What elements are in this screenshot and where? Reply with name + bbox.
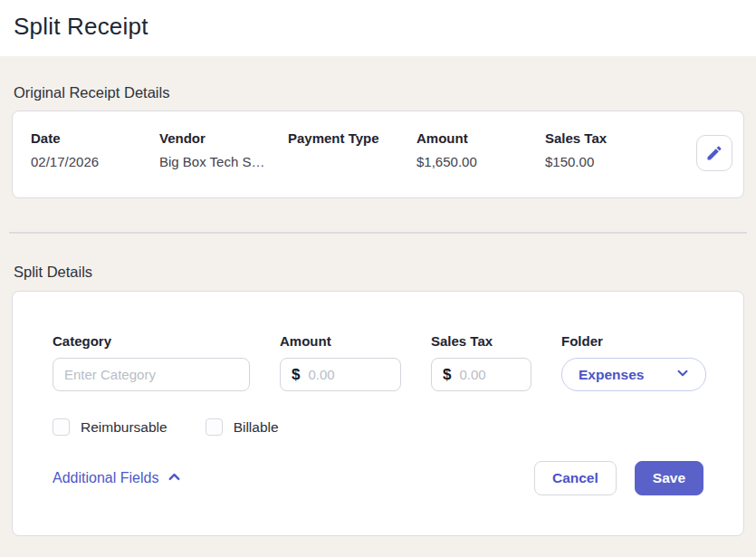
- dollar-sign-prefix: $: [443, 366, 451, 384]
- billable-checkbox-item[interactable]: Billable: [206, 418, 279, 436]
- category-field-label: Category: [53, 333, 250, 349]
- receipt-field-vendor: Vendor Big Box Tech S…: [159, 130, 288, 169]
- dollar-sign-prefix: $: [292, 366, 300, 384]
- payment-type-label: Payment Type: [288, 130, 416, 146]
- sales-tax-input-wrapper: $: [431, 358, 531, 391]
- billable-label: Billable: [234, 419, 279, 436]
- reimbursable-checkbox[interactable]: [53, 418, 70, 436]
- receipt-field-payment-type: Payment Type: [288, 130, 416, 154]
- bottom-row: Additional Fields Cancel Save: [53, 461, 703, 495]
- sales-tax-label: Sales Tax: [545, 130, 654, 146]
- additional-fields-label: Additional Fields: [53, 470, 158, 486]
- chevron-down-icon: [675, 365, 691, 385]
- section-divider: [9, 232, 747, 234]
- action-buttons: Cancel Save: [534, 461, 703, 495]
- checkbox-row: Reimbursable Billable: [53, 418, 703, 436]
- folder-field-label: Folder: [561, 333, 706, 349]
- date-label: Date: [31, 130, 159, 146]
- sales-tax-field-label: Sales Tax: [431, 333, 531, 349]
- save-button[interactable]: Save: [635, 461, 703, 495]
- split-details-card: Category Amount $ Sales Tax $: [12, 291, 744, 536]
- folder-dropdown[interactable]: Expenses: [561, 358, 706, 391]
- folder-field: Folder Expenses: [561, 333, 706, 391]
- receipt-field-date: Date 02/17/2026: [31, 130, 159, 169]
- receipt-field-amount: Amount $1,650.00: [416, 130, 545, 169]
- amount-value: $1,650.00: [416, 154, 545, 169]
- original-receipt-heading: Original Receipt Details: [12, 84, 744, 101]
- cancel-button[interactable]: Cancel: [534, 461, 617, 495]
- billable-checkbox[interactable]: [206, 418, 223, 436]
- category-field: Category: [53, 333, 250, 391]
- amount-input[interactable]: [308, 367, 389, 382]
- content-area: Original Receipt Details Date 02/17/2026…: [0, 56, 756, 557]
- page-header: Split Receipt: [0, 0, 756, 56]
- sales-tax-value: $150.00: [545, 154, 654, 169]
- edit-receipt-button[interactable]: [696, 135, 732, 171]
- amount-field-label: Amount: [280, 333, 401, 349]
- split-fields-row: Category Amount $ Sales Tax $: [53, 333, 703, 391]
- reimbursable-checkbox-item[interactable]: Reimbursable: [53, 418, 167, 436]
- page-title: Split Receipt: [14, 13, 742, 41]
- category-input[interactable]: [64, 367, 238, 382]
- chevron-up-icon: [166, 468, 183, 489]
- amount-label: Amount: [416, 130, 545, 146]
- amount-field: Amount $: [280, 333, 401, 391]
- amount-input-wrapper: $: [280, 358, 401, 391]
- split-details-heading: Split Details: [12, 264, 744, 281]
- original-receipt-card: Date 02/17/2026 Vendor Big Box Tech S… P…: [12, 110, 744, 198]
- reimbursable-label: Reimbursable: [81, 419, 167, 436]
- vendor-label: Vendor: [159, 130, 288, 146]
- category-input-wrapper: [53, 358, 250, 391]
- additional-fields-toggle[interactable]: Additional Fields: [53, 468, 183, 489]
- receipt-field-sales-tax: Sales Tax $150.00: [545, 130, 654, 169]
- sales-tax-input[interactable]: [459, 367, 520, 382]
- pencil-icon: [705, 144, 723, 162]
- folder-selected-value: Expenses: [579, 367, 644, 383]
- vendor-value: Big Box Tech S…: [159, 154, 288, 169]
- date-value: 02/17/2026: [31, 154, 159, 169]
- sales-tax-field: Sales Tax $: [431, 333, 531, 391]
